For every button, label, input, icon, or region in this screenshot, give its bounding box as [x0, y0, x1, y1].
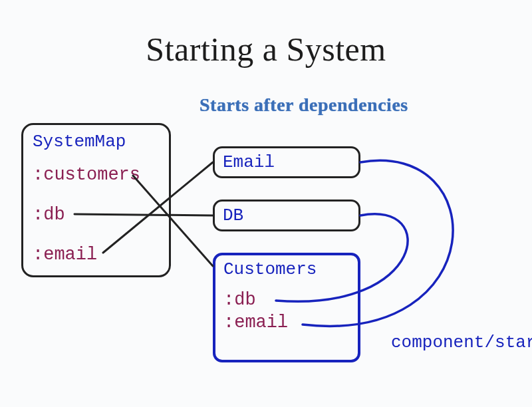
component-email-box: Email — [213, 146, 360, 178]
systemmap-key-email: :email — [33, 245, 97, 265]
component-customers-box: Customers :db :email — [213, 253, 360, 362]
systemmap-key-customers: :customers — [33, 165, 140, 185]
subtitle-annotation: Starts after dependencies — [200, 94, 408, 116]
component-db-box: DB — [213, 200, 360, 231]
page-title: Starting a System — [0, 30, 532, 68]
systemmap-box: SystemMap :customers :db :email — [21, 123, 171, 277]
component-db-label: DB — [223, 205, 243, 225]
component-customers-deps: :db :email — [223, 289, 288, 334]
systemmap-key-db: :db — [33, 205, 65, 225]
customers-dep-email: :email — [223, 311, 288, 334]
systemmap-heading: SystemMap — [33, 132, 126, 152]
footer-label: component/start — [391, 333, 532, 352]
component-customers-label: Customers — [223, 259, 317, 279]
customers-dep-db: :db — [223, 289, 288, 311]
component-email-label: Email — [223, 152, 275, 172]
